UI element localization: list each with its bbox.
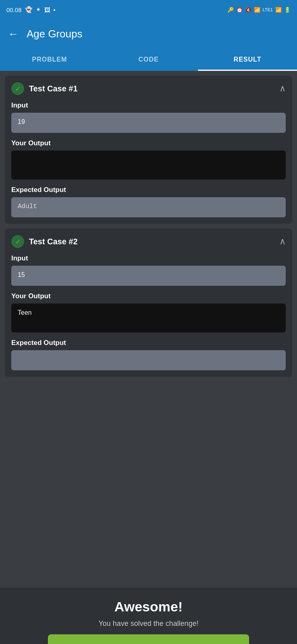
dot-icon: • [54,6,56,13]
test-case-1-card: ✓ Test Case #1 ∧ Input 19 Your Output Ex… [5,76,292,224]
app-bar: ← Age Groups [0,19,297,48]
signal-icon: 📶 [275,7,282,13]
test-case-1-output-value [11,151,286,180]
test-case-2-input-label: Input [11,254,286,262]
tab-code[interactable]: CODE [99,48,198,71]
alarm-icon: ⏰ [236,7,243,13]
main-content: ✓ Test Case #1 ∧ Input 19 Your Output Ex… [0,71,297,588]
tabs-bar: PROBLEM CODE RESULT [0,48,297,71]
status-bar: 00.08 👻 ✦ 🖼 • 🔑 ⏰ 🔇 📶 LTE1 📶 🔋 [0,0,297,19]
test-case-1-input-label: Input [11,101,286,109]
battery-icon: 🔋 [284,7,291,13]
bluetooth-icon: ✦ [36,6,41,13]
tab-result[interactable]: RESULT [198,48,297,71]
back-arrow-icon: ← [8,28,19,40]
test-case-2-output-value: Teen [11,303,286,332]
tab-problem[interactable]: PROBLEM [0,48,99,71]
mute-icon: 🔇 [245,7,252,13]
continue-button[interactable]: CONTINUE [48,634,249,644]
test-case-2-input-value: 15 [11,266,286,286]
test-case-2-output-label: Your Output [11,292,286,300]
image-icon: 🖼 [44,6,50,13]
success-banner: Awesome! You have solved the challenge! … [0,588,297,644]
test-case-1-output-label: Your Output [11,139,286,147]
test-case-2-title: Test Case #2 [29,237,78,246]
test-case-2-expected-label: Expected Output [11,339,286,347]
status-left: 00.08 👻 ✦ 🖼 • [6,6,56,13]
key-icon: 🔑 [227,7,234,13]
test-case-1-header-left: ✓ Test Case #1 [11,82,78,95]
page-title: Age Groups [27,28,82,40]
success-subtitle: You have solved the challenge! [99,619,199,628]
back-button[interactable]: ← [8,28,19,40]
test-case-2-header-left: ✓ Test Case #2 [11,235,78,248]
test-case-1-expected-label: Expected Output [11,186,286,194]
test-case-2-card: ✓ Test Case #2 ∧ Input 15 Your Output Te… [5,229,292,377]
ghost-icon: 👻 [25,6,33,13]
lte-text: LTE1 [263,7,273,12]
wifi-icon: 📶 [254,7,260,13]
test-case-2-check-icon: ✓ [11,235,24,248]
test-case-1-header: ✓ Test Case #1 ∧ [11,82,286,95]
test-case-2-header: ✓ Test Case #2 ∧ [11,235,286,248]
status-time: 00.08 [6,6,22,13]
success-title: Awesome! [114,599,182,615]
test-case-1-title: Test Case #1 [29,84,78,93]
test-case-1-input-value: 19 [11,113,286,133]
test-case-1-expected-value: Adult [11,197,286,217]
status-right: 🔑 ⏰ 🔇 📶 LTE1 📶 🔋 [227,7,291,13]
test-case-1-collapse-button[interactable]: ∧ [279,83,286,94]
test-case-2-collapse-button[interactable]: ∧ [279,236,286,247]
test-case-2-expected-value [11,350,286,370]
test-case-1-check-icon: ✓ [11,82,24,95]
